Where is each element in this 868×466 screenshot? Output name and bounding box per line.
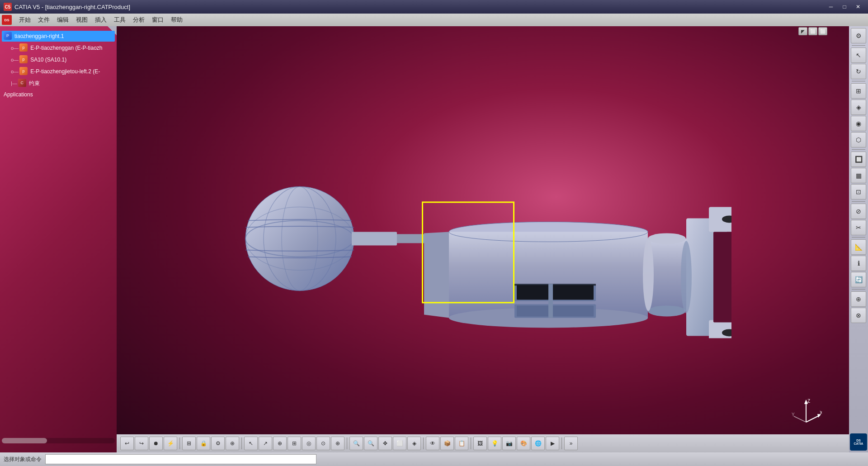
bt-btn-redo[interactable]: ↪ xyxy=(135,437,148,450)
rt-btn-update[interactable]: 🔄 xyxy=(851,272,866,287)
tree-item-1[interactable]: o— p E-P-tiaozhenggan (E-P-tiaozh xyxy=(2,43,115,53)
bt-btn-mat[interactable]: 🎨 xyxy=(517,437,530,450)
svg-point-27 xyxy=(643,238,654,311)
bt-btn-more[interactable]: » xyxy=(564,437,578,450)
svg-marker-28 xyxy=(424,232,449,318)
bt-btn-undo[interactable]: ↩ xyxy=(120,437,134,450)
tree-item-1-label: E-P-tiaozhenggan (E-P-tiaozh xyxy=(30,45,102,51)
vp-btn-2[interactable]: ⬜ xyxy=(808,27,817,35)
rt-btn-pointer[interactable]: ↖ xyxy=(851,48,866,63)
bt-btn-pan[interactable]: ✥ xyxy=(378,437,392,450)
part-icon-1: p xyxy=(19,43,28,52)
bt-btn-hide[interactable]: 👁 xyxy=(426,437,439,450)
rt-btn-measure[interactable]: 📐 xyxy=(851,239,866,255)
bt-btn-render[interactable]: 🖼 xyxy=(473,437,487,450)
tree-connector-4: |— xyxy=(11,81,17,86)
menu-window[interactable]: 窗口 xyxy=(148,15,167,25)
bt-btn-ref[interactable]: ⊕ xyxy=(226,437,239,450)
bt-btn-light[interactable]: 💡 xyxy=(488,437,501,450)
svg-rect-23 xyxy=(713,232,731,322)
command-input[interactable] xyxy=(45,454,316,464)
constraint-icon: C xyxy=(18,79,27,88)
bt-btn-sel5[interactable]: ◎ xyxy=(302,437,316,450)
rt-btn-section[interactable]: ⊘ xyxy=(851,204,866,219)
rt-btn-hidden[interactable]: ⊡ xyxy=(851,184,866,200)
bt-btn-fit-all[interactable]: ⬜ xyxy=(393,437,406,450)
bt-btn-show[interactable]: 📦 xyxy=(440,437,454,450)
menu-insert[interactable]: 插入 xyxy=(91,15,110,25)
rt-btn-extra2[interactable]: ⊗ xyxy=(851,308,866,323)
rt-btn-info[interactable]: ℹ xyxy=(851,256,866,271)
menubar: DS 开始 文件 编辑 视图 插入 工具 分析 窗口 帮助 xyxy=(0,14,868,26)
rt-btn-settings[interactable]: ⚙ xyxy=(851,28,866,43)
ds-catia-logo: DS CATIA xyxy=(850,433,867,451)
menu-tools[interactable]: 工具 xyxy=(110,15,129,25)
bt-btn-snap[interactable]: 🔒 xyxy=(197,437,210,450)
rt-btn-view1[interactable]: ◈ xyxy=(851,100,866,115)
svg-point-26 xyxy=(681,241,692,313)
tree-connector-3: o— xyxy=(11,69,19,74)
svg-rect-5 xyxy=(352,232,397,245)
svg-text:Z: Z xyxy=(807,399,810,404)
tree-item-2-label: SA10 (SA10.1) xyxy=(30,57,66,63)
tree-item-2[interactable]: o— p SA10 (SA10.1) xyxy=(2,54,115,65)
rt-btn-shading[interactable]: 🔲 xyxy=(851,152,866,167)
bt-btn-sel2[interactable]: ↗ xyxy=(259,437,272,450)
sidebar-scrollbar-thumb xyxy=(2,438,47,443)
bt-btn-record[interactable]: ⏺ xyxy=(149,437,163,450)
minimize-button[interactable]: ─ xyxy=(825,2,837,11)
menu-file[interactable]: 文件 xyxy=(34,15,53,25)
sidebar-scrollbar[interactable] xyxy=(2,438,115,443)
bt-btn-zoom-in[interactable]: 🔍 xyxy=(349,437,363,450)
close-button[interactable]: ✕ xyxy=(852,2,864,11)
rt-sep-6 xyxy=(852,289,865,290)
bt-btn-cam[interactable]: 📷 xyxy=(502,437,516,450)
menu-edit[interactable]: 编辑 xyxy=(53,15,72,25)
sidebar: P tiaozhenggan-right.1 o— p E-P-tiaozhen… xyxy=(0,26,117,452)
bt-btn-macro[interactable]: ⚡ xyxy=(164,437,177,450)
3d-model xyxy=(234,148,731,338)
bt-sep-3 xyxy=(347,437,347,449)
vp-btn-3[interactable]: ⬜ xyxy=(818,27,827,35)
bt-btn-sel6[interactable]: ⊙ xyxy=(316,437,330,450)
rt-btn-view3[interactable]: ⬡ xyxy=(851,132,866,147)
viewport[interactable]: ◤ ⬜ ⬜ xyxy=(117,26,849,452)
command-label: 选择对象或命令 xyxy=(4,456,42,463)
bt-btn-zoom-out[interactable]: 🔍 xyxy=(364,437,377,450)
bt-btn-anim[interactable]: ▶ xyxy=(546,437,559,450)
tree-item-applications[interactable]: Applications xyxy=(2,90,115,99)
vp-btn-1[interactable]: ◤ xyxy=(798,27,807,35)
tree-connector-2: o— xyxy=(11,57,19,62)
rt-btn-wire[interactable]: ▦ xyxy=(851,168,866,183)
menu-start[interactable]: 开始 xyxy=(15,15,34,25)
viewport-controls: ◤ ⬜ ⬜ xyxy=(798,27,827,35)
menu-help[interactable]: 帮助 xyxy=(167,15,186,25)
bt-btn-sel1[interactable]: ↖ xyxy=(244,437,258,450)
svg-line-32 xyxy=(806,415,820,422)
rt-btn-view2[interactable]: ◉ xyxy=(851,116,866,131)
tree-item-3[interactable]: o— p E-P-tiaozhengjietou-left.2 (E- xyxy=(2,66,115,77)
menu-view[interactable]: 视图 xyxy=(72,15,91,25)
bt-btn-fly[interactable]: ◈ xyxy=(407,437,421,450)
bt-btn-env[interactable]: 🌐 xyxy=(531,437,545,450)
bt-btn-sel7[interactable]: ⊕ xyxy=(331,437,344,450)
bt-btn-snap2[interactable]: ⚙ xyxy=(211,437,225,450)
bt-btn-prop[interactable]: 📋 xyxy=(455,437,468,450)
tree-item-3-label: E-P-tiaozhengjietou-left.2 (E- xyxy=(30,68,100,75)
maximize-button[interactable]: □ xyxy=(838,2,851,11)
rt-sep-2 xyxy=(852,81,865,81)
bt-btn-grid[interactable]: ⊞ xyxy=(182,437,196,450)
bt-btn-sel4[interactable]: ⊞ xyxy=(288,437,301,450)
rt-btn-cut[interactable]: ✂ xyxy=(851,220,866,235)
rt-sep-3 xyxy=(852,149,865,150)
tree-item-constraint[interactable]: |— C 约束 xyxy=(2,78,115,89)
tree-panel: P tiaozhenggan-right.1 o— p E-P-tiaozhen… xyxy=(2,31,115,416)
bt-btn-sel3[interactable]: ⊕ xyxy=(273,437,287,450)
menu-analyze[interactable]: 分析 xyxy=(129,15,148,25)
catia-logo-icon: DS xyxy=(2,15,12,25)
part-icon-3: p xyxy=(19,67,28,76)
rt-btn-extra1[interactable]: ⊕ xyxy=(851,291,866,307)
rt-btn-rotate[interactable]: ↻ xyxy=(851,64,866,79)
tree-item-root[interactable]: P tiaozhenggan-right.1 xyxy=(2,31,115,42)
rt-btn-fit[interactable]: ⊞ xyxy=(851,83,866,99)
